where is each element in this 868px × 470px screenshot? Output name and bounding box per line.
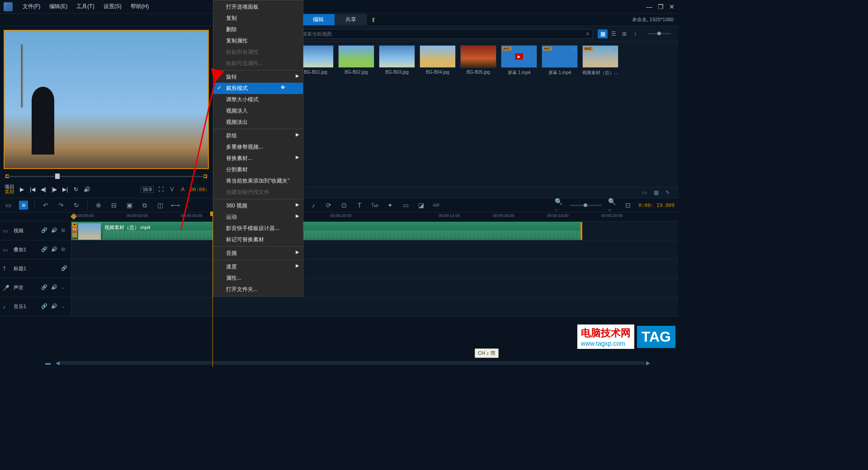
library-item[interactable]: AVC✓屏幕 1.mp4 <box>542 45 578 76</box>
track-mute-icon[interactable]: 🔊 <box>51 227 58 235</box>
cm-group[interactable]: 群组▶ <box>213 130 303 141</box>
tab-edit[interactable]: 编辑 <box>302 14 335 25</box>
zoom-thumb[interactable] <box>584 203 587 207</box>
cm-rotate[interactable]: 旋转▶ <box>213 71 303 83</box>
library-item[interactable]: BG-B03.jpg <box>379 45 415 76</box>
minimize-button[interactable]: — <box>646 3 652 10</box>
pan-zoom-icon[interactable]: ⊡ <box>340 201 349 210</box>
cm-add-to-favorites[interactable]: 将当前效果添加到"收藏夹" <box>213 175 303 187</box>
cm-split-material[interactable]: 分割素材 <box>213 164 303 175</box>
footer-btn3-icon[interactable]: ✎ <box>665 189 675 197</box>
view-list-icon[interactable]: ☰ <box>609 29 618 38</box>
cm-copy-attributes[interactable]: 复制属性 <box>213 35 303 47</box>
cm-resize-mode[interactable]: 调整大小模式 <box>213 94 303 105</box>
scrollbar-track[interactable] <box>61 361 645 365</box>
library-item[interactable]: AVC✓视频素材（总）.... <box>582 45 618 76</box>
redo2-icon[interactable]: ↻ <box>72 201 81 210</box>
menu-settings[interactable]: 设置(S) <box>99 3 126 10</box>
tool2-icon[interactable]: ⊟ <box>109 201 118 210</box>
view-thumbnail-icon[interactable]: ▦ <box>598 29 608 38</box>
3d-text-icon[interactable]: T₃ᴅ <box>370 201 379 210</box>
track-link-icon[interactable]: 🔗 <box>41 227 48 235</box>
cm-multi-trim[interactable]: 多重修整视频... <box>213 141 303 153</box>
scroll-left-icon[interactable]: ◀ <box>54 360 61 366</box>
loop-button[interactable]: ↻ <box>72 186 80 193</box>
track-link-icon[interactable]: 🔗 <box>61 265 68 273</box>
footer-btn2-icon[interactable]: ▦ <box>654 189 663 197</box>
preview-mode-label[interactable]: 项目 素材 <box>5 184 14 194</box>
menu-file[interactable]: 文件(F) <box>18 3 45 10</box>
search-box[interactable]: 🔍 ✕ <box>292 29 593 39</box>
aspect-ratio[interactable]: 16:9 <box>141 186 154 193</box>
undo-icon[interactable]: ↶ <box>41 201 50 210</box>
track-content[interactable]: ★ FX 🔊 视频素材（总）.mp4 <box>71 221 678 240</box>
cm-speed[interactable]: 速度▶ <box>213 261 303 273</box>
track-lock-icon[interactable]: ⊞ <box>61 227 68 235</box>
thumbnail-size-slider[interactable] <box>648 33 671 34</box>
track-content[interactable] <box>71 259 678 278</box>
preview-canvas[interactable] <box>4 30 209 169</box>
timeline-view-icon[interactable]: ≡ <box>19 201 28 210</box>
track-lock-icon[interactable]: ⊞ <box>61 246 68 254</box>
cm-open-options[interactable]: 打开选项面板 <box>213 1 303 13</box>
zoom-out-icon[interactable]: 🔍₋ <box>555 201 564 210</box>
library-item[interactable]: AVC▶屏幕 1.mp4 <box>501 45 537 76</box>
next-frame-button[interactable]: |▶ <box>51 186 58 193</box>
track-link-icon[interactable]: 🔗 <box>41 303 48 310</box>
mask-icon[interactable]: ◪ <box>416 201 425 210</box>
cm-template-designer[interactable]: 影音快手模板设计器... <box>213 223 303 234</box>
trim-out-handle[interactable] <box>203 174 207 178</box>
search-input[interactable] <box>302 31 585 37</box>
cm-delete[interactable]: 删除 <box>213 24 303 35</box>
play-button[interactable]: ▶ <box>18 186 25 193</box>
cm-360-video[interactable]: 360 视频▶ <box>213 200 303 212</box>
track-link-icon[interactable]: 🔗 <box>41 284 48 291</box>
upload-icon[interactable]: ⬆ <box>371 16 376 24</box>
zoom-slider[interactable] <box>570 205 602 206</box>
tool5-icon[interactable]: ◫ <box>156 201 165 210</box>
track-content[interactable] <box>71 297 678 316</box>
track-mute-icon[interactable]: 🔊 <box>51 303 58 310</box>
library-item[interactable]: BG-B05.jpg <box>460 45 496 76</box>
cm-audio[interactable]: 音频▶ <box>213 248 303 259</box>
library-item[interactable]: BG-B02.jpg <box>338 45 374 76</box>
clip-end-marker[interactable] <box>580 222 582 240</box>
menu-help[interactable]: 帮助(H) <box>126 3 154 10</box>
expand-button[interactable]: ⛶ <box>157 186 165 193</box>
track-expand-icon[interactable]: ⌄ <box>61 303 68 310</box>
prev-frame-button[interactable]: ◀| <box>40 186 47 193</box>
tab-share[interactable]: 共享 <box>335 14 367 25</box>
fit-icon[interactable]: ⊡ <box>623 201 632 210</box>
gif-icon[interactable]: GIF <box>432 201 441 210</box>
track-mute-icon[interactable]: 🔊 <box>51 246 58 254</box>
video-clip[interactable]: ★ FX 🔊 视频素材（总）.mp4 <box>71 222 582 240</box>
track-motion-icon[interactable]: ✦ <box>386 201 395 210</box>
scroll-right-icon[interactable]: ▶ <box>645 360 651 366</box>
clear-search-icon[interactable]: ✕ <box>585 31 590 37</box>
cm-motion[interactable]: 运动▶ <box>213 212 303 223</box>
close-button[interactable]: ✕ <box>669 3 675 10</box>
menu-tools[interactable]: 工具(T) <box>72 3 99 10</box>
go-end-button[interactable]: ▶| <box>61 186 69 193</box>
cm-open-folder[interactable]: 打开文件夹... <box>213 284 303 295</box>
volume-button[interactable]: 🔊 <box>83 186 90 193</box>
track-toggle-icon[interactable]: ▬ <box>45 360 51 366</box>
slider-thumb[interactable] <box>657 32 661 35</box>
cm-crop-mode[interactable]: ✓裁剪模式✥ <box>213 83 303 94</box>
restore-button[interactable]: ❐ <box>658 3 664 10</box>
cm-replace-material[interactable]: 替换素材...▶ <box>213 153 303 164</box>
track-content[interactable] <box>71 278 678 297</box>
view-detail-icon[interactable]: ⊞ <box>619 29 629 38</box>
subtitle-icon[interactable]: ▭ <box>401 201 410 210</box>
go-start-button[interactable]: |◀ <box>29 186 36 193</box>
timeline-timecode[interactable]: 0:00: I9.009 <box>639 202 675 208</box>
tool4-icon[interactable]: ⧉ <box>140 201 149 210</box>
tool1-icon[interactable]: ⊕ <box>94 201 103 210</box>
zoom-in-icon[interactable]: 🔍₊ <box>608 201 617 210</box>
footer-btn1-icon[interactable]: ▭ <box>642 189 651 197</box>
tool6-icon[interactable]: ⟷ <box>171 201 180 210</box>
tool3-icon[interactable]: ▣ <box>125 201 134 210</box>
track-mute-icon[interactable]: 🔊 <box>51 284 58 291</box>
cm-video-fade-out[interactable]: 视频淡出 <box>213 117 303 128</box>
a-button[interactable]: A <box>179 186 186 193</box>
